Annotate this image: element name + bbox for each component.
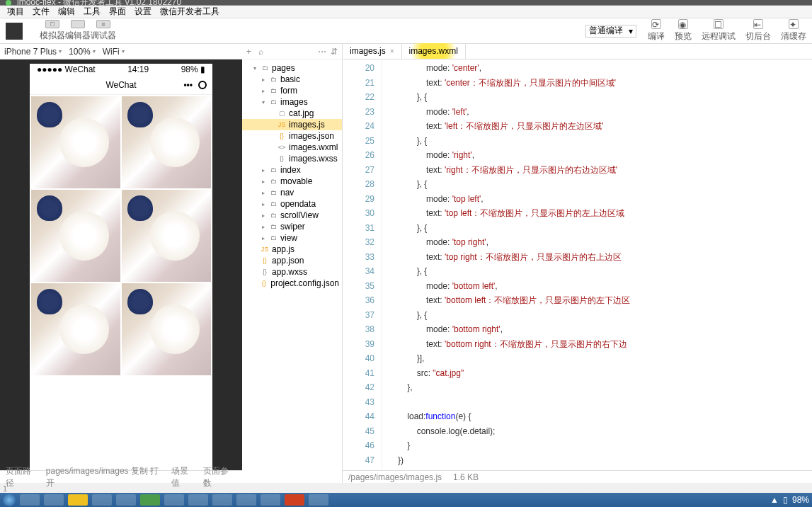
battery-icon: ▯ bbox=[783, 495, 788, 505]
system-tray[interactable]: ▲ ▯ 98% bbox=[770, 495, 809, 505]
tree-item-images.json[interactable]: {}images.json bbox=[242, 130, 342, 142]
tree-item-app.json[interactable]: {}app.json bbox=[242, 255, 342, 266]
taskbar-item[interactable] bbox=[92, 494, 112, 506]
tree-item-opendata[interactable]: ▸🗀opendata bbox=[242, 198, 342, 210]
menu-item[interactable]: 微信开发者工具 bbox=[157, 6, 222, 18]
tree-item-app.js[interactable]: JSapp.js bbox=[242, 244, 342, 255]
simulator-controls: iPhone 7 Plus▾ 100%▾ WiFi▾ bbox=[0, 44, 242, 59]
toolbar-预览[interactable]: ◉预览 bbox=[675, 19, 692, 42]
code-editor[interactable]: 2021222324252627282930313233343536373839… bbox=[343, 59, 812, 470]
panel-toggle-模拟器[interactable]: □模拟器 bbox=[40, 20, 65, 42]
tree-item-view[interactable]: ▸🗀view bbox=[242, 232, 342, 244]
menu-item[interactable]: 文件 bbox=[30, 6, 52, 18]
compile-mode-label: 普通编译 bbox=[589, 25, 623, 37]
taskbar-item[interactable] bbox=[44, 494, 64, 506]
image-preview bbox=[31, 96, 120, 188]
device-select[interactable]: iPhone 7 Plus▾ bbox=[4, 47, 62, 57]
tree-item-index[interactable]: ▸🗀index bbox=[242, 164, 342, 176]
tree-item-basic[interactable]: ▸🗀basic bbox=[242, 74, 342, 85]
tree-item-images[interactable]: ▾🗀images bbox=[242, 96, 342, 108]
tree-item-images.js[interactable]: JSimages.js bbox=[242, 119, 342, 130]
tree-item-pages[interactable]: ▾🗀pages bbox=[242, 62, 342, 74]
toolbar-切后台[interactable]: ⇤切后台 bbox=[745, 19, 771, 42]
taskbar-item[interactable] bbox=[3, 494, 16, 506]
footer-path-value[interactable]: pages/images/images 复制 打开 bbox=[46, 465, 164, 489]
menu-item[interactable]: 编辑 bbox=[55, 6, 78, 18]
file-tree-panel: + ⌕ ⋯ ⇵ ▾🗀pages▸🗀basic▸🗀form▾🗀images▢cat… bbox=[242, 44, 343, 483]
panel-toggle-编辑器[interactable]: 编辑器 bbox=[65, 20, 91, 42]
tree-item-nav[interactable]: ▸🗀nav bbox=[242, 187, 342, 198]
menu-item[interactable]: 界面 bbox=[106, 6, 129, 18]
network-select[interactable]: WiFi▾ bbox=[103, 47, 125, 57]
window-titlebar: imooc-flex - 微信开发者工具 v1.02.1802270 bbox=[0, 0, 812, 6]
tree-item-images.wxss[interactable]: {}images.wxss bbox=[242, 153, 342, 164]
taskbar-item[interactable] bbox=[68, 494, 88, 506]
image-preview bbox=[31, 283, 120, 375]
simulator-footer: 页面路径 pages/images/images 复制 打开 场景值 页面参数 bbox=[0, 470, 242, 483]
toolbar-清缓存[interactable]: ✦清缓存 bbox=[781, 19, 806, 42]
menu-item[interactable]: 设置 bbox=[132, 6, 154, 18]
toolbar-远程调试[interactable]: ☐远程调试 bbox=[702, 19, 736, 42]
menu-item[interactable]: 工具 bbox=[81, 6, 103, 18]
battery-percent: 98% bbox=[792, 495, 809, 505]
line-gutter: 2021222324252627282930313233343536373839… bbox=[343, 59, 382, 470]
tree-item-movable[interactable]: ▸🗀movable bbox=[242, 176, 342, 187]
simulator-panel: iPhone 7 Plus▾ 100%▾ WiFi▾ ●●●●● WeChat … bbox=[0, 44, 242, 483]
user-avatar[interactable] bbox=[6, 23, 23, 40]
status-time: 14:19 bbox=[127, 64, 149, 74]
tree-item-app.wxss[interactable]: {}app.wxss bbox=[242, 266, 342, 278]
tray-icon[interactable]: ▲ bbox=[770, 495, 779, 505]
window-dot-icon bbox=[6, 0, 11, 6]
taskbar-item[interactable] bbox=[212, 494, 232, 506]
footer-params[interactable]: 页面参数 bbox=[203, 465, 236, 489]
tree-more-icon[interactable]: ⋯ bbox=[318, 47, 326, 57]
tab-images.js[interactable]: images.js× bbox=[343, 43, 402, 59]
phone-simulator: ●●●●● WeChat 14:19 98% ▮ WeChat ••• bbox=[30, 64, 212, 470]
tree-item-form[interactable]: ▸🗀form bbox=[242, 85, 342, 96]
new-file-icon[interactable]: + bbox=[246, 47, 251, 57]
chevron-down-icon: ▾ bbox=[122, 48, 125, 55]
menubar: 项目文件编辑工具界面设置微信开发者工具 bbox=[0, 6, 812, 18]
taskbar-item[interactable] bbox=[285, 494, 304, 506]
footer-path-label: 页面路径 bbox=[6, 465, 39, 489]
image-preview bbox=[122, 96, 211, 188]
code-panel: images.js×images.wxml 202122232425262728… bbox=[343, 44, 812, 483]
tree-item-swiper[interactable]: ▸🗀swiper bbox=[242, 221, 342, 232]
compile-mode-select[interactable]: 普通编译 ▾ bbox=[585, 25, 636, 38]
taskbar-item[interactable] bbox=[261, 494, 280, 506]
close-circle-icon[interactable] bbox=[198, 81, 207, 89]
tree-item-scrollView[interactable]: ▸🗀scrollView bbox=[242, 210, 342, 221]
zoom-select[interactable]: 100%▾ bbox=[69, 47, 96, 57]
menu-item[interactable]: 项目 bbox=[4, 6, 27, 18]
taskbar-item[interactable] bbox=[164, 494, 184, 506]
panel-toggle-group: □模拟器编辑器≡调试器 bbox=[40, 20, 116, 42]
phone-status-bar: ●●●●● WeChat 14:19 98% ▮ bbox=[30, 64, 212, 75]
chevron-down-icon: ▾ bbox=[629, 26, 633, 36]
menu-dots-icon[interactable]: ••• bbox=[183, 80, 193, 90]
taskbar-item[interactable] bbox=[140, 494, 160, 506]
tree-collapse-icon[interactable]: ⇵ bbox=[331, 47, 338, 57]
taskbar-item[interactable] bbox=[20, 494, 40, 506]
toolbar: □模拟器编辑器≡调试器 普通编译 ▾ ⟳编译◉预览☐远程调试⇤切后台✦清缓存 bbox=[0, 18, 812, 44]
search-icon[interactable]: ⌕ bbox=[258, 47, 263, 57]
footer-scene[interactable]: 场景值 bbox=[171, 465, 196, 489]
editor-footer: /pages/images/images.js 1.6 KB bbox=[343, 470, 812, 483]
tree-item-images.wxml[interactable]: <>images.wxml bbox=[242, 142, 342, 153]
battery-label: 98% ▮ bbox=[181, 64, 205, 74]
tab-close-icon[interactable]: × bbox=[390, 47, 394, 55]
panel-toggle-调试器[interactable]: ≡调试器 bbox=[91, 20, 116, 42]
taskbar-item[interactable] bbox=[116, 494, 136, 506]
nav-title: WeChat bbox=[105, 80, 136, 90]
taskbar-item[interactable] bbox=[188, 494, 208, 506]
tree-item-cat.jpg[interactable]: ▢cat.jpg bbox=[242, 108, 342, 119]
code-content[interactable]: mode: 'center', text: 'center：不缩放图片，只显示图… bbox=[382, 59, 812, 470]
tree-item-project.config.json[interactable]: {}project.config.json bbox=[242, 278, 342, 289]
chevron-down-icon: ▾ bbox=[59, 48, 62, 55]
tab-images.wxml[interactable]: images.wxml bbox=[402, 43, 466, 59]
taskbar-item[interactable] bbox=[236, 494, 256, 506]
editor-tabs: images.js×images.wxml bbox=[343, 44, 812, 59]
image-preview bbox=[122, 190, 211, 282]
taskbar-item[interactable] bbox=[309, 494, 328, 506]
toolbar-编译[interactable]: ⟳编译 bbox=[648, 19, 665, 42]
chevron-down-icon: ▾ bbox=[93, 48, 96, 55]
